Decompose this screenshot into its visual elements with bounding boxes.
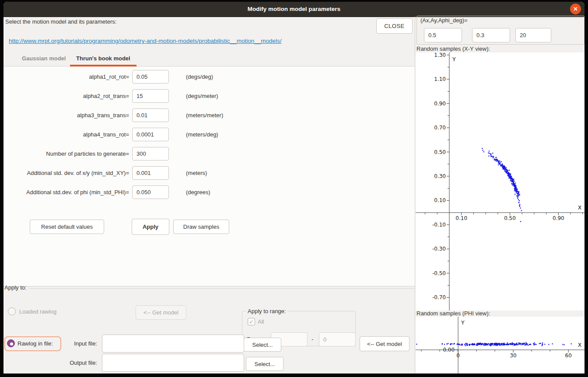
- check-icon: ✓: [249, 319, 253, 325]
- form-row-label: alpha1_rot_rot=: [4, 73, 129, 80]
- form-row-input[interactable]: [132, 70, 169, 84]
- phi-chart-title: Random samples (PHI view):: [416, 310, 490, 317]
- instruction-label: Select the motion model and its paramete…: [5, 18, 116, 25]
- svg-text:Y: Y: [461, 319, 465, 326]
- svg-text:-0.50: -0.50: [432, 270, 446, 276]
- form-row: alpha3_trans_trans=(meters/meter): [4, 108, 415, 122]
- input-file-input[interactable]: [102, 335, 244, 353]
- form-row-label: alpha4_trans_rot=: [4, 131, 129, 138]
- apply-to-frame-line: [29, 288, 415, 289]
- form-row-input[interactable]: [132, 89, 169, 103]
- svg-text:1.10: 1.10: [434, 76, 446, 82]
- svg-text:-0.70: -0.70: [432, 294, 446, 300]
- delta-y-input[interactable]: [472, 28, 510, 42]
- svg-text:1.30: 1.30: [434, 52, 446, 58]
- svg-text:0.10: 0.10: [455, 215, 467, 221]
- form-row: alpha1_rot_rot=(degs/deg): [4, 70, 415, 84]
- form-row: Number of particles to generate=: [4, 147, 415, 161]
- form-row: Additional std.dev. of phi (min_std_PHI)…: [4, 185, 415, 199]
- svg-text:Y: Y: [452, 56, 456, 63]
- svg-text:X: X: [578, 342, 582, 348]
- svg-text:0.90: 0.90: [553, 215, 564, 221]
- form-row-unit: (meters/meter): [186, 112, 223, 119]
- tutorial-link[interactable]: http://www.mrpt.org/tutorials/programmin…: [9, 38, 282, 44]
- form-row-input[interactable]: [132, 128, 169, 141]
- form-row-unit: (meters/deg): [186, 131, 218, 138]
- form-row-input[interactable]: [132, 147, 169, 161]
- window-close-icon: ✕: [573, 6, 578, 12]
- delta-phi-input[interactable]: [515, 28, 551, 42]
- apply-button[interactable]: Apply: [132, 219, 169, 235]
- form-row-label: Number of particles to generate=: [4, 150, 129, 157]
- delta-box: (Ax,Ay,Aphi_deg)=: [416, 16, 584, 45]
- range-to-input: [319, 332, 356, 346]
- form-row-input[interactable]: [132, 185, 169, 199]
- form-row-label: Additional std. dev. of x/y (min_std_XY)…: [4, 170, 129, 176]
- svg-text:0.30: 0.30: [434, 173, 446, 179]
- form-row-input[interactable]: [132, 108, 169, 122]
- dialog-window: Modify motion model parameters ✕ Select …: [4, 2, 584, 374]
- draw-samples-button[interactable]: Draw samples: [173, 220, 229, 234]
- form-row-unit: (degs/deg): [186, 73, 213, 80]
- xy-chart: 0.100.500.901.301.100.900.700.500.300.10…: [416, 52, 584, 311]
- reset-default-values-button[interactable]: Reset default values: [30, 220, 104, 234]
- window-close-button[interactable]: ✕: [570, 3, 581, 14]
- tab-panel-thrun: alpha1_rot_rot=(degs/deg)alpha2_rot_tran…: [4, 66, 415, 286]
- svg-text:0.10: 0.10: [434, 197, 446, 203]
- all-checkbox-label: All: [258, 318, 264, 325]
- svg-text:0.00: 0.00: [443, 347, 455, 353]
- svg-text:0.50: 0.50: [504, 215, 516, 221]
- tab-thruns-book-model[interactable]: Thrun's book model: [70, 52, 136, 66]
- form-row: alpha4_trans_rot=(meters/deg): [4, 128, 415, 142]
- loaded-rawlog-label: Loaded rawlog: [19, 308, 56, 315]
- svg-text:-0.30: -0.30: [432, 246, 446, 252]
- xy-chart-title: Random samples (X-Y view):: [416, 45, 490, 52]
- form-row-unit: (degrees): [186, 189, 210, 195]
- select-input-file-button[interactable]: Select...: [244, 338, 281, 352]
- form-row-label: alpha3_trans_trans=: [4, 112, 129, 119]
- dialog-content: Select the motion model and its paramete…: [4, 17, 584, 374]
- form-row-input[interactable]: [132, 166, 169, 180]
- get-model-bottom-button[interactable]: <-- Get model: [360, 336, 410, 351]
- input-file-label: Input file:: [4, 340, 97, 347]
- tab-gaussian-model[interactable]: Gaussian model: [16, 52, 72, 66]
- panel-divider: [415, 17, 415, 374]
- form-row: alpha2_rot_trans=(degs/meter): [4, 89, 415, 103]
- svg-text:0.50: 0.50: [434, 149, 446, 155]
- output-file-input[interactable]: [102, 354, 244, 372]
- close-dialog-button[interactable]: CLOSE: [376, 18, 413, 34]
- loaded-rawlog-radio: [8, 307, 16, 315]
- apply-to-range-legend: Apply to range:: [246, 308, 287, 314]
- svg-text:-0.10: -0.10: [432, 222, 446, 228]
- svg-text:0: 0: [456, 353, 460, 359]
- range-separator: -: [312, 336, 313, 342]
- get-model-top-button: <-- Get model: [136, 305, 186, 320]
- form-row-label: Additional std.dev. of phi (min_std_PHI)…: [4, 189, 129, 195]
- phi-chart: 030600.00YX: [416, 317, 584, 374]
- window-title: Modify motion model parameters: [4, 2, 584, 17]
- form-row: Additional std. dev. of x/y (min_std_XY)…: [4, 166, 415, 180]
- form-row-unit: (degs/meter): [186, 93, 218, 99]
- svg-text:30: 30: [510, 353, 516, 359]
- svg-text:X: X: [578, 204, 582, 211]
- select-output-file-button[interactable]: Select...: [246, 357, 284, 371]
- delta-x-input[interactable]: [424, 28, 462, 42]
- tab-bar: Gaussian model Thrun's book model: [4, 52, 415, 66]
- all-checkbox: ✓: [248, 318, 255, 325]
- svg-text:0.70: 0.70: [434, 125, 446, 131]
- svg-text:60: 60: [565, 353, 572, 359]
- form-row-unit: (meters): [186, 170, 207, 176]
- apply-to-frame-label: Apply to:: [4, 284, 27, 291]
- output-file-label: Output file:: [4, 360, 97, 366]
- form-row-label: alpha2_rot_trans=: [4, 93, 129, 99]
- titlebar: Modify motion model parameters ✕: [4, 2, 584, 17]
- svg-text:0.90: 0.90: [434, 101, 446, 107]
- delta-box-label: (Ax,Ay,Aphi_deg)=: [420, 17, 468, 24]
